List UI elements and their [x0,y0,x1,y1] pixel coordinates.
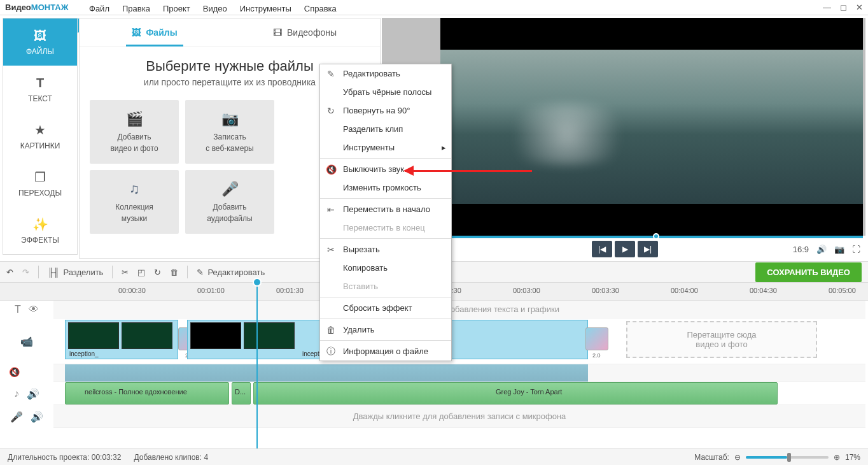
video-audio-track[interactable]: 🔇 [53,364,865,382]
music-icon: ♫ [129,181,140,197]
webcam-icon: 📷 [221,111,239,127]
split-label: Разделить [63,268,103,277]
video-clip-1[interactable]: inception_ [65,320,178,359]
move-start-icon: ⇤ [325,204,337,215]
ctx-paste: Вставить [320,277,451,296]
tab-files[interactable]: 🖼 Файлы [80,18,230,46]
ctx-mute[interactable]: 🔇Выключить звук [320,160,451,178]
menu-edit[interactable]: Правка [122,4,150,13]
tab-label: Файлы [146,27,177,38]
preview-video[interactable] [440,18,863,236]
split-icon: ╟╢ [48,268,59,277]
card-line1: Добавить [117,132,151,141]
prev-button[interactable]: |◀ [592,241,612,257]
music-track-icon: ♪ [14,388,19,399]
audio-clip-2[interactable]: Greg Joy - Torn Apart [253,382,778,404]
edit-button[interactable]: ✎ Редактировать [197,268,265,277]
close-icon[interactable]: ✕ [856,3,863,12]
text-track[interactable]: Дважды кликните для добавления текста и … [53,301,865,318]
video-track-icon: 📹 [20,336,33,348]
sidebar-item-pictures[interactable]: ★ КАРТИНКИ [3,113,77,160]
aspect-ratio[interactable]: 16:9 [793,245,809,254]
menu-bar: Файл Правка Проект Видео Инструменты Спр… [0,1,348,15]
sidebar-item-text[interactable]: T ТЕКСТ [3,66,77,113]
menu-tools[interactable]: Инструменты [240,4,291,13]
audio-clip-1b[interactable]: D... [232,382,251,404]
audio-label: neilcross - Полное вдохновение [85,388,187,396]
video-track[interactable]: inception_ 2.0 inception_trailer.mp4 2.0… [53,318,865,364]
sidebar-item-transitions[interactable]: ❐ ПЕРЕХОДЫ [3,160,77,207]
play-button[interactable]: ▶ [615,241,635,257]
track-head-music: ♪ 🔊 [0,382,53,405]
card-add-video[interactable]: 🎬 Добавить видео и фото [90,100,179,164]
eye-icon[interactable]: 👁 [29,304,39,315]
ctx-remove-bars[interactable]: Убрать чёрные полосы [320,83,451,101]
transition-duration: 2.0 [592,352,601,359]
menu-video[interactable]: Видео [203,4,227,13]
video-dropzone[interactable]: Перетащите сюда видео и фото [626,321,817,358]
ctx-volume[interactable]: Изменить громкость [320,178,451,197]
ctx-cut[interactable]: ✂Вырезать [320,240,451,259]
track-placeholder: Дважды кликните для добавления записи с … [353,411,566,421]
save-video-button[interactable]: СОХРАНИТЬ ВИДЕО [755,262,862,282]
menu-file[interactable]: Файл [89,4,109,13]
card-webcam[interactable]: 📷 Записать с веб-камеры [185,100,274,164]
text-icon: T [36,76,44,90]
scissors-icon: ✂ [325,245,337,255]
ctx-move-start[interactable]: ⇤Переместить в начало [320,200,451,218]
maximize-icon[interactable]: ◻ [840,3,847,12]
zoom-out-button[interactable]: ⊖ [734,453,741,462]
zoom-in-button[interactable]: ⊕ [834,453,840,462]
ctx-delete[interactable]: 🗑Удалить [320,320,451,339]
window-controls: — ◻ ✕ [823,3,863,12]
ctx-tools[interactable]: Инструменты▸ [320,138,451,157]
sidebar-label: ТЕКСТ [28,94,52,103]
minimize-icon[interactable]: — [823,3,831,12]
clip-count: Добавлено клипов: 4 [134,453,208,462]
zoom-label: Масштаб: [694,453,729,462]
playback-buttons: |◀ ▶ ▶| [592,241,658,257]
ctx-edit[interactable]: ✎Редактировать [320,64,451,83]
ruler-tick: 00:04:00 [671,287,698,294]
menu-project[interactable]: Проект [163,4,190,13]
ctx-info[interactable]: ⓘИнформация о файле [320,342,451,361]
split-button[interactable]: ╟╢ Разделить [48,268,103,277]
ctx-reset-effect[interactable]: Сбросить эффект [320,299,451,317]
tab-backgrounds[interactable]: 🎞 Видеофоны [230,18,380,46]
ctx-rotate[interactable]: ↻Повернуть на 90° [320,101,451,120]
fullscreen-icon[interactable]: ⛶ [852,245,860,254]
clapper-icon: 🎬 [126,111,143,127]
redo-button[interactable]: ↷ [22,268,29,277]
ctx-split[interactable]: Разделить клип [320,120,451,138]
snapshot-icon[interactable]: 📷 [834,245,844,254]
audio-clip-1[interactable]: neilcross - Полное вдохновение [65,382,229,404]
delete-button[interactable]: 🗑 [170,268,178,277]
crop-button[interactable]: ◰ [137,268,145,277]
clip-audio-waveform[interactable] [65,364,588,382]
tab-underline [126,45,183,46]
next-button[interactable]: ▶| [638,241,658,257]
speaker-icon[interactable]: 🔊 [31,411,43,423]
card-line1: Добавить [213,203,246,211]
zoom-slider[interactable] [746,456,829,459]
rotate-button[interactable]: ↻ [154,268,161,277]
ctx-copy[interactable]: Копировать [320,259,451,277]
cut-button[interactable]: ✂ [122,268,129,277]
menu-help[interactable]: Справка [304,4,337,13]
card-line1: Записать [213,132,246,141]
left-sidebar: 🖼 ФАЙЛЫ T ТЕКСТ ★ КАРТИНКИ ❐ ПЕРЕХОДЫ ✨ … [3,18,78,255]
mic-track[interactable]: Дважды кликните для добавления записи с … [53,405,865,428]
card-add-audio[interactable]: 🎤 Добавить аудиофайлы [185,170,274,234]
sidebar-item-effects[interactable]: ✨ ЭФФЕКТЫ [3,207,77,254]
music-track[interactable]: neilcross - Полное вдохновение D... Greg… [53,382,865,405]
volume-icon[interactable]: 🔊 [816,245,827,254]
undo-button[interactable]: ↶ [6,268,13,277]
card-music-library[interactable]: ♫ Коллекция музыки [90,170,179,234]
mute-icon[interactable]: 🔇 [9,367,20,377]
transition-thumb-2[interactable]: 2.0 [585,327,608,350]
track-head-video: 📹 [0,318,53,364]
playhead[interactable] [256,283,258,448]
sidebar-label: КАРТИНКИ [20,141,60,150]
speaker-icon[interactable]: 🔊 [27,388,39,400]
sidebar-item-files[interactable]: 🖼 ФАЙЛЫ [3,18,77,66]
